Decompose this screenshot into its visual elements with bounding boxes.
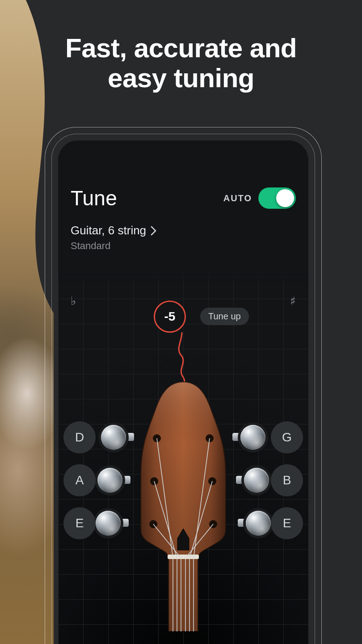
- auto-toggle[interactable]: [258, 187, 296, 209]
- tuner-peg[interactable]: [96, 511, 121, 536]
- auto-toggle-group: AUTO: [223, 187, 296, 209]
- tuning-meter: ♭ ♯ -5 Tune up: [58, 274, 308, 644]
- sharp-icon: ♯: [290, 294, 296, 308]
- string-note-g[interactable]: G: [271, 421, 303, 453]
- string-note-e-low[interactable]: E: [63, 507, 96, 539]
- app-screen: Tune AUTO Guitar, 6 string Standard: [58, 140, 308, 644]
- device-frame-inner: Tune AUTO Guitar, 6 string Standard: [51, 134, 315, 644]
- tuner-peg[interactable]: [97, 468, 122, 493]
- guitar-headstock: [132, 381, 235, 631]
- toggle-knob: [276, 189, 294, 207]
- string-note-a[interactable]: A: [63, 464, 96, 496]
- headline-line2: easy tuning: [108, 63, 254, 93]
- flat-icon: ♭: [71, 294, 76, 308]
- page-title: Tune: [71, 186, 117, 210]
- tune-hint: Tune up: [200, 308, 249, 325]
- screen-header: Tune AUTO: [71, 186, 296, 210]
- tuner-peg[interactable]: [240, 425, 265, 450]
- string-note-b[interactable]: B: [271, 464, 303, 496]
- tuner-peg[interactable]: [246, 511, 271, 536]
- instrument-selector[interactable]: Guitar, 6 string Standard: [71, 224, 157, 252]
- device-frame-outer: Tune AUTO Guitar, 6 string Standard: [45, 127, 322, 644]
- chevron-right-icon: [151, 226, 157, 236]
- tuner-peg[interactable]: [101, 425, 126, 450]
- headline-line1: Fast, accurate and: [65, 33, 297, 63]
- tuning-name: Standard: [71, 240, 157, 252]
- needle-group: -5: [167, 301, 199, 333]
- cents-readout: -5: [154, 301, 186, 333]
- promo-headline: Fast, accurate and easy tuning: [0, 33, 362, 93]
- instrument-name: Guitar, 6 string: [71, 224, 146, 237]
- tuner-peg[interactable]: [244, 468, 269, 493]
- string-note-d[interactable]: D: [63, 421, 96, 453]
- auto-label: AUTO: [223, 193, 252, 203]
- string-note-e-high[interactable]: E: [271, 507, 303, 539]
